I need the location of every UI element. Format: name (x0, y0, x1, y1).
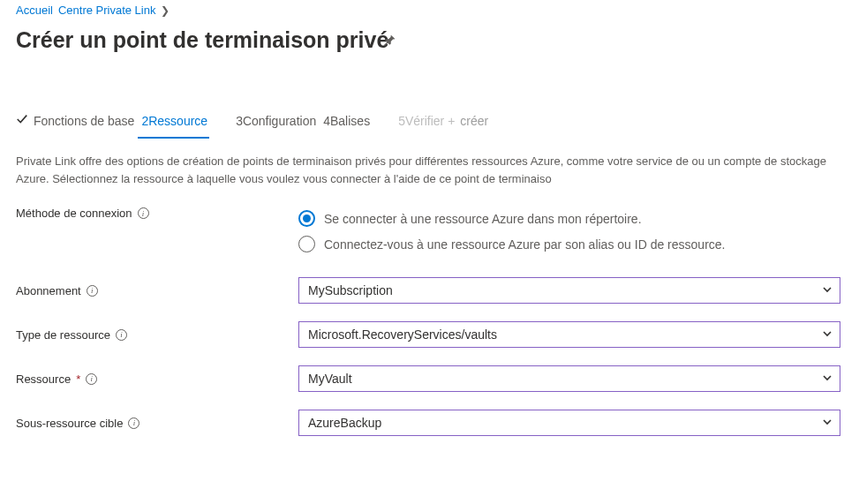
radio-connect-alias-label: Connectez-vous à une ressource Azure par… (324, 237, 725, 252)
label-subscription-text: Abonnement (16, 284, 81, 297)
form-section: Méthode de connexion i Se connecter à un… (0, 201, 859, 445)
label-connection-method-text: Méthode de connexion (16, 207, 132, 220)
chevron-down-icon (822, 372, 833, 386)
tab-review-num: 5 (398, 114, 405, 128)
tab-tags-num: 4 (323, 114, 330, 128)
row-connection-method: Méthode de connexion i Se connecter à un… (0, 201, 859, 268)
tab-description: Private Link offre des options de créati… (0, 137, 859, 196)
select-resource-type[interactable]: Microsoft.RecoveryServices/vaults (298, 321, 840, 348)
select-subresource-value: AzureBackup (308, 416, 381, 430)
label-resource-type: Type de ressource i (16, 328, 298, 342)
tab-review-create[interactable]: 5 Vérifier + créer (398, 107, 497, 137)
tab-review-label: Vérifier + (405, 114, 455, 128)
row-resource-type: Type de ressource i Microsoft.RecoverySe… (0, 312, 859, 357)
tab-basics[interactable]: Fonctions de base (16, 106, 143, 137)
row-resource: Ressource * i MyVault (0, 357, 859, 401)
breadcrumb-home[interactable]: Accueil (16, 4, 53, 17)
select-subresource[interactable]: AzureBackup (298, 410, 840, 436)
required-indicator: * (76, 372, 80, 386)
tab-resource[interactable]: 2 Ressource (141, 107, 216, 137)
select-subscription-value: MySubscription (308, 283, 393, 297)
info-icon[interactable]: i (87, 285, 98, 297)
tab-resource-num: 2 (141, 114, 148, 128)
label-resource-text: Ressource (16, 372, 71, 386)
tab-resource-label: Ressource (148, 114, 207, 128)
label-resource: Ressource * i (16, 372, 298, 386)
radio-connect-alias[interactable]: Connectez-vous à une ressource Azure par… (298, 236, 843, 252)
select-resource[interactable]: MyVault (298, 365, 840, 392)
label-subresource-text: Sous-ressource cible (16, 417, 123, 430)
tab-configuration-label: Configuration (243, 114, 316, 128)
info-icon[interactable]: i (116, 329, 127, 341)
info-icon[interactable]: i (138, 207, 149, 219)
select-resource-type-value: Microsoft.RecoveryServices/vaults (308, 327, 497, 342)
row-subresource: Sous-ressource cible i AzureBackup (0, 401, 859, 445)
radio-button-icon (298, 210, 315, 227)
chevron-down-icon (822, 416, 833, 430)
tab-configuration-num: 3 (236, 114, 243, 128)
chevron-right-icon: ❯ (161, 4, 170, 17)
label-subscription: Abonnement i (16, 284, 298, 297)
radio-group-connection-method: Se connecter à une ressource Azure dans … (298, 207, 843, 263)
label-connection-method: Méthode de connexion i (16, 207, 298, 220)
page-title-text: Créer un point de terminaison privé (16, 27, 388, 53)
chevron-down-icon (822, 283, 833, 297)
radio-button-icon (298, 236, 315, 252)
tab-tags-label: Balises (330, 114, 370, 128)
pin-icon[interactable] (383, 34, 396, 50)
info-icon[interactable]: i (128, 417, 139, 429)
radio-connect-directory-label: Se connecter à une ressource Azure dans … (324, 212, 642, 226)
radio-connect-directory[interactable]: Se connecter à une ressource Azure dans … (298, 210, 843, 227)
select-subscription[interactable]: MySubscription (298, 277, 840, 304)
tab-configuration[interactable]: 3 Configuration (236, 107, 325, 137)
tab-review-label2: créer (460, 114, 488, 128)
label-subresource: Sous-ressource cible i (16, 417, 298, 430)
chevron-down-icon (822, 327, 833, 342)
info-icon[interactable]: i (86, 373, 97, 385)
select-resource-value: MyVault (308, 372, 352, 386)
wizard-tabs: Fonctions de base 2 Ressource 3 Configur… (0, 106, 859, 137)
breadcrumb-private-link-center[interactable]: Centre Private Link (58, 4, 156, 17)
tab-tags[interactable]: 4 Balises (323, 107, 379, 137)
tab-basics-label: Fonctions de base (34, 114, 134, 128)
page-title: Créer un point de terminaison privé (0, 19, 859, 53)
row-subscription: Abonnement i MySubscription (0, 268, 859, 312)
label-resource-type-text: Type de ressource (16, 328, 110, 342)
breadcrumb: Accueil Centre Private Link ❯ (0, 0, 859, 19)
check-icon (16, 113, 28, 128)
